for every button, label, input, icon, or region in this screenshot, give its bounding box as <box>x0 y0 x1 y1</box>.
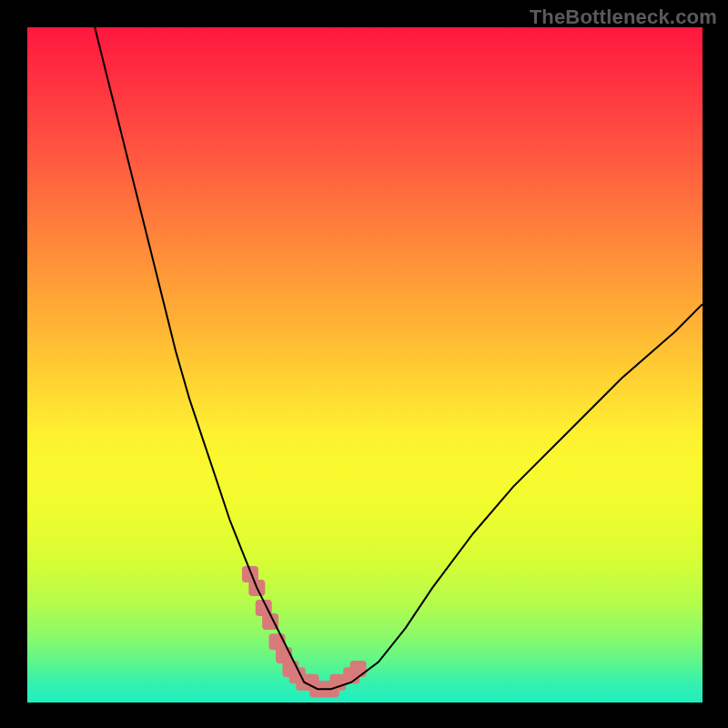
highlight-marker <box>350 661 367 677</box>
chart-frame: TheBottleneck.com <box>0 0 728 728</box>
highlight-markers <box>242 566 367 697</box>
plot-area <box>27 27 703 703</box>
curve-svg <box>27 27 703 703</box>
bottleneck-curve <box>95 27 703 689</box>
watermark-text: TheBottleneck.com <box>530 5 717 29</box>
